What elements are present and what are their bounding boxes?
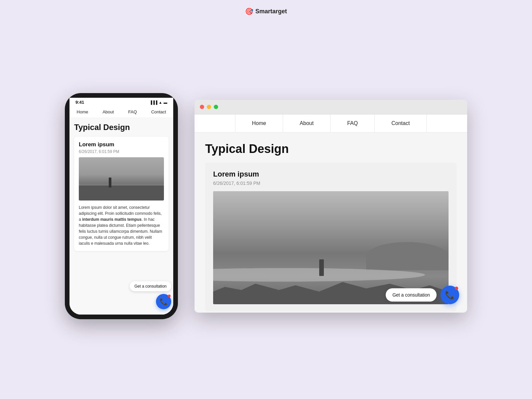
browser-titlebar [195,100,467,114]
signal-icon: ▐▐▐ [150,100,157,104]
browser-close-dot[interactable] [200,105,204,109]
browser-card-date: 6/26/2017, 6:01:59 PM [213,181,449,186]
browser-page-title: Typical Design [205,142,457,156]
phone-fab-button[interactable]: 📞 [156,294,171,309]
browser-nav-contact[interactable]: Contact [375,114,427,132]
phone-article-card: Lorem ipsum 6/26/2017, 6:01:59 PM Lorem … [74,137,169,251]
phone-time: 9:41 [75,100,84,105]
browser-fab-button[interactable]: 📞 [441,286,459,304]
app-logo: 🎯 Smartarget [245,7,287,15]
phone-nav-faq[interactable]: FAQ [128,109,137,114]
phone-nav-home[interactable]: Home [77,109,88,114]
devices-container: 9:41 ▐▐▐ ▲ ▬ Home About FAQ Contact Typi… [65,93,467,319]
browser-nav: Home About FAQ Contact [195,114,467,133]
phone-mockup: 9:41 ▐▐▐ ▲ ▬ Home About FAQ Contact Typi… [65,93,178,319]
browser-nav-about[interactable]: About [283,114,331,132]
browser-notification-dot [455,287,458,290]
battery-icon: ▬ [164,100,167,104]
browser-nav-faq[interactable]: FAQ [331,114,375,132]
phone-status-icons: ▐▐▐ ▲ ▬ [150,100,167,104]
beach-water [213,268,449,282]
phone-card-title: Lorem ipsum [79,141,164,148]
phone-fab-area: Get a consultation 📞 [130,281,171,309]
browser-mockup: Home About FAQ Contact Typical Design Lo… [195,100,467,313]
phone-call-icon: 📞 [160,298,168,306]
phone-notification-dot [168,295,171,297]
browser-card-title: Lorem ipsum [213,170,449,179]
phone-page-title: Typical Design [74,123,169,132]
beach-photo-phone [79,157,164,200]
phone-nav-contact[interactable]: Contact [151,109,166,114]
browser-content: Typical Design Lorem ipsum 6/26/2017, 6:… [195,133,467,312]
phone-consultation-tooltip: Get a consultation [130,281,171,291]
browser-maximize-dot[interactable] [214,105,218,109]
browser-nav-home[interactable]: Home [235,114,283,132]
browser-call-icon: 📞 [445,290,455,300]
phone-status-bar: 9:41 ▐▐▐ ▲ ▬ [69,98,173,106]
phone-card-date: 6/26/2017, 6:01:59 PM [79,149,164,154]
browser-consultation-tooltip: Get a consultation [386,288,437,302]
phone-nav-about[interactable]: About [102,109,114,114]
logo-icon: 🎯 [245,7,253,15]
phone-card-image [79,157,164,200]
browser-minimize-dot[interactable] [207,105,211,109]
wifi-icon: ▲ [159,100,162,104]
phone-nav: Home About FAQ Contact [69,106,173,118]
phone-card-body: Lorem ipsum dolor sit amet, consectetur … [79,204,164,246]
logo-text: Smartarget [255,8,287,15]
browser-fab-area: Get a consultation 📞 [386,286,459,304]
